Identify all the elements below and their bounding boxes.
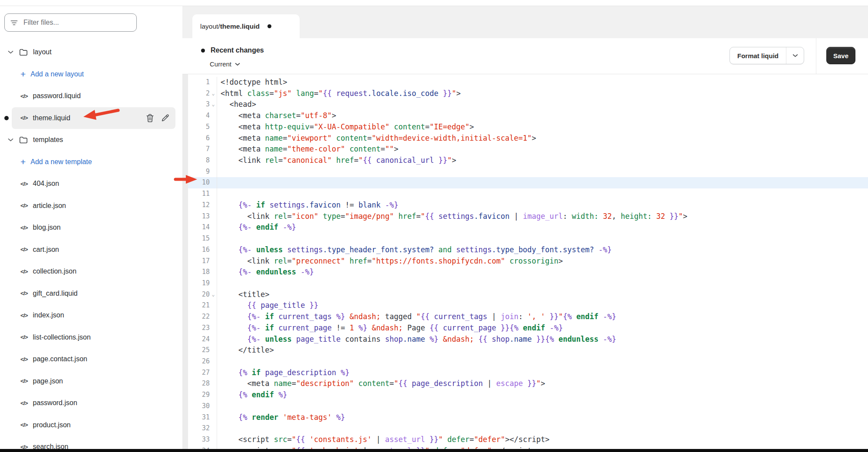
code-line-text[interactable]: {%- if settings.favicon != blank -%}	[217, 200, 399, 211]
code-line-14[interactable]: 14 {%- endif -%}	[188, 222, 868, 233]
code-line-28[interactable]: 28 <meta name="description" content="{{ …	[188, 378, 868, 389]
sidebar-item-page-json[interactable]: </>page.json	[0, 370, 182, 393]
sidebar-item-index-json[interactable]: </>index.json	[0, 304, 182, 327]
code-line-text[interactable]: {%- if current_tags %} &ndash; tagged "{…	[217, 311, 616, 323]
code-line-text[interactable]: <link rel="preconnect" href="https://fon…	[217, 256, 563, 267]
sidebar-item-article-json[interactable]: </>article.json	[0, 195, 182, 217]
chevron-down-icon[interactable]	[8, 138, 13, 142]
code-line-text[interactable]: <html class="js" lang="{{ request.locale…	[217, 88, 461, 99]
sidebar-item-gift-card-liquid[interactable]: </>gift_card.liquid	[0, 283, 182, 305]
code-line-text[interactable]: <meta name="theme-color" content="">	[217, 144, 399, 155]
code-line-text[interactable]: <meta charset="utf-8">	[217, 110, 336, 122]
code-line-33[interactable]: 33 <script src="{{ 'constants.js' | asse…	[188, 434, 868, 445]
code-editor[interactable]: 1<!doctype html>2⌄<html class="js" lang=…	[188, 77, 868, 452]
sidebar-scrollbar-track[interactable]	[182, 74, 188, 449]
code-line-text[interactable]: </title>	[217, 345, 274, 356]
code-line-23[interactable]: 23 {%- if current_page != 1 %} &ndash; P…	[188, 323, 868, 334]
sidebar-folder-layout[interactable]: layout	[0, 41, 182, 63]
code-line-17[interactable]: 17 <link rel="preconnect" href="https://…	[188, 256, 868, 267]
code-line-25[interactable]: 25 </title>	[188, 345, 868, 356]
sidebar-item-theme-liquid[interactable]: </>theme.liquid	[12, 107, 175, 129]
code-line-text[interactable]: <head>	[217, 99, 256, 110]
code-line-text[interactable]	[217, 188, 221, 200]
sidebar-item-cart-json[interactable]: </>cart.json	[0, 239, 182, 261]
format-liquid-split-button[interactable]: Format liquid	[729, 47, 804, 64]
code-line-1[interactable]: 1<!doctype html>	[188, 77, 868, 88]
code-line-22[interactable]: 22 {%- if current_tags %} &ndash; tagged…	[188, 311, 868, 323]
tab-theme-liquid[interactable]: layout/theme.liquid	[192, 14, 300, 38]
code-line-12[interactable]: 12 {%- if settings.favicon != blank -%}	[188, 200, 868, 211]
code-line-text[interactable]	[217, 356, 221, 367]
code-line-8[interactable]: 8 <link rel="canonical" href="{{ canonic…	[188, 155, 868, 166]
code-line-text[interactable]	[217, 278, 221, 289]
code-line-text[interactable]	[217, 233, 221, 244]
version-dropdown[interactable]: Current	[210, 60, 240, 68]
code-line-30[interactable]: 30	[188, 401, 868, 412]
code-line-text[interactable]: <script src="{{ 'constants.js' | asset_u…	[217, 434, 550, 445]
code-line-text[interactable]: {{ page_title }}	[217, 300, 318, 311]
code-line-text[interactable]: <link rel="icon" type="image/png" href="…	[217, 211, 687, 222]
sidebar-item-list-collections-json[interactable]: </>list-collections.json	[0, 327, 182, 349]
code-line-20[interactable]: 20⌄ <title>	[188, 289, 868, 300]
sidebar-item-collection-json[interactable]: </>collection.json	[0, 261, 182, 283]
code-line-text[interactable]: {% endif %}	[217, 389, 287, 401]
code-line-text[interactable]	[217, 177, 221, 188]
code-line-10[interactable]: 10	[188, 177, 868, 188]
save-button[interactable]: Save	[826, 47, 855, 64]
code-line-5[interactable]: 5 <meta http-equiv="X-UA-Compatible" con…	[188, 122, 868, 133]
code-line-text[interactable]	[217, 401, 221, 412]
chevron-down-icon[interactable]	[8, 50, 13, 54]
code-line-3[interactable]: 3⌄ <head>	[188, 99, 868, 110]
code-line-text[interactable]	[217, 166, 221, 178]
code-line-15[interactable]: 15	[188, 233, 868, 244]
fold-chevron-icon[interactable]: ⌄	[210, 88, 217, 99]
sidebar-item-blog-json[interactable]: </>blog.json	[0, 217, 182, 239]
sidebar-action-add-a-new-layout[interactable]: +Add a new layout	[0, 63, 182, 86]
code-line-18[interactable]: 18 {%- endunless -%}	[188, 267, 868, 278]
code-line-31[interactable]: 31 {% render 'meta-tags' %}	[188, 412, 868, 423]
code-line-text[interactable]: {%- endif -%}	[217, 222, 296, 233]
code-line-9[interactable]: 9	[188, 166, 868, 178]
delete-icon[interactable]	[146, 114, 154, 122]
filter-files-box[interactable]	[4, 13, 137, 32]
rename-icon[interactable]	[161, 114, 169, 122]
code-line-11[interactable]: 11	[188, 188, 868, 200]
sidebar-action-add-a-new-template[interactable]: +Add a new template	[0, 151, 182, 173]
code-line-text[interactable]: <meta name="description" content="{{ pag…	[217, 378, 545, 389]
sidebar-item-404-json[interactable]: </>404.json	[0, 173, 182, 195]
sidebar-item-product-json[interactable]: </>product.json	[0, 414, 182, 436]
sidebar-item-password-liquid[interactable]: </>password.liquid	[0, 85, 182, 107]
code-line-19[interactable]: 19	[188, 278, 868, 289]
sidebar-item-password-json[interactable]: </>password.json	[0, 392, 182, 414]
code-line-text[interactable]: {%- if current_page != 1 %} &ndash; Page…	[217, 323, 563, 334]
code-line-text[interactable]: <meta name="viewport" content="width=dev…	[217, 133, 536, 144]
code-line-text[interactable]: {%- unless page_title contains shop.name…	[217, 334, 616, 345]
code-line-2[interactable]: 2⌄<html class="js" lang="{{ request.loca…	[188, 88, 868, 99]
code-line-text[interactable]: <link rel="canonical" href="{{ canonical…	[217, 155, 456, 166]
code-line-text[interactable]: {% if page_description %}	[217, 367, 350, 379]
code-line-text[interactable]: {%- unless settings.type_header_font.sys…	[217, 244, 612, 256]
code-line-24[interactable]: 24 {%- unless page_title contains shop.n…	[188, 334, 868, 345]
fold-chevron-icon[interactable]: ⌄	[210, 99, 217, 110]
code-line-6[interactable]: 6 <meta name="viewport" content="width=d…	[188, 133, 868, 144]
sidebar-item-page-contact-json[interactable]: </>page.contact.json	[0, 348, 182, 370]
code-line-21[interactable]: 21 {{ page_title }}	[188, 300, 868, 311]
code-line-7[interactable]: 7 <meta name="theme-color" content="">	[188, 144, 868, 155]
format-options-button[interactable]	[786, 47, 804, 64]
code-line-text[interactable]	[217, 423, 221, 434]
code-line-text[interactable]: {%- endunless -%}	[217, 267, 314, 278]
code-line-16[interactable]: 16 {%- unless settings.type_header_font.…	[188, 244, 868, 256]
code-line-text[interactable]: <title>	[217, 289, 270, 300]
filter-files-input[interactable]	[23, 18, 131, 27]
fold-chevron-icon[interactable]: ⌄	[210, 289, 217, 300]
code-line-text[interactable]: <!doctype html>	[217, 77, 287, 88]
code-line-4[interactable]: 4 <meta charset="utf-8">	[188, 110, 868, 122]
format-liquid-button[interactable]: Format liquid	[730, 47, 786, 64]
code-line-text[interactable]: <meta http-equiv="X-UA-Compatible" conte…	[217, 122, 474, 133]
code-line-13[interactable]: 13 <link rel="icon" type="image/png" hre…	[188, 211, 868, 222]
sidebar-folder-templates[interactable]: templates	[0, 129, 182, 151]
code-line-27[interactable]: 27 {% if page_description %}	[188, 367, 868, 379]
code-line-26[interactable]: 26	[188, 356, 868, 367]
code-line-32[interactable]: 32	[188, 423, 868, 434]
code-line-text[interactable]: {% render 'meta-tags' %}	[217, 412, 345, 423]
